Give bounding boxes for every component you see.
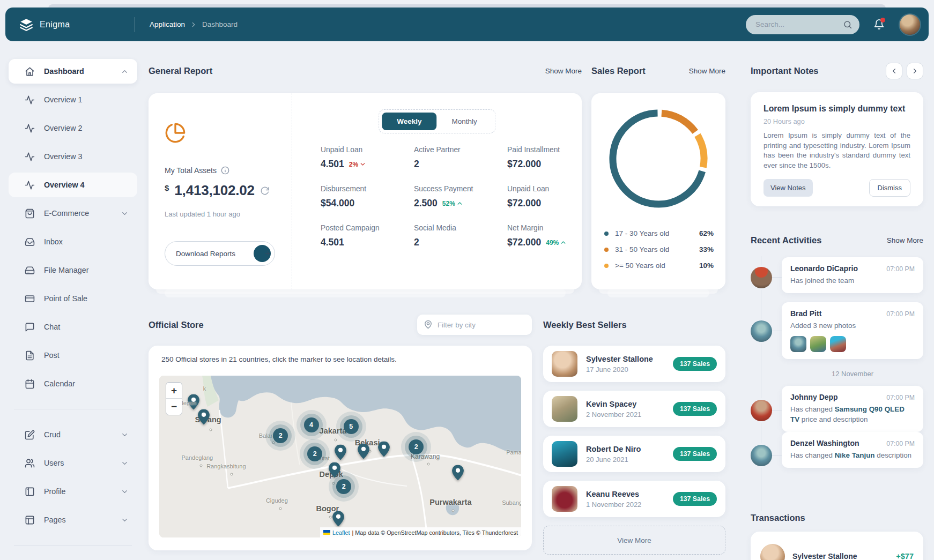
recent-activities-show-more[interactable]: Show More	[887, 236, 923, 244]
activity-item[interactable]: Denzel Washington 07:00 PM Has changed N…	[782, 432, 923, 468]
weekly-tab[interactable]: Weekly	[382, 113, 436, 130]
note-body: Lorem Ipsum is simply dummy text of the …	[763, 131, 910, 171]
sidebar-item-post[interactable]: Post	[9, 343, 137, 368]
legend-dot	[604, 232, 609, 236]
product-name: Nike Tanjun	[835, 451, 875, 459]
best-sellers-title: Weekly Best Sellers	[543, 320, 627, 330]
map-cluster-marker[interactable]: 5	[344, 419, 359, 434]
zoom-in-button[interactable]: +	[166, 383, 182, 399]
sidebar-item-calendar[interactable]: Calendar	[9, 371, 137, 396]
activity-item[interactable]: Johnny Depp 07:00 PM Has changed Samsung…	[782, 386, 923, 432]
note-buttons: View Notes Dismiss	[763, 179, 910, 197]
activity-item[interactable]: Leonardo DiCaprio 07:00 PM Has joined th…	[782, 257, 923, 293]
brand-name: Enigma	[40, 20, 70, 29]
map-pin-marker[interactable]	[335, 444, 346, 460]
photo-thumbnail[interactable]	[790, 336, 806, 352]
sidebar-item-inbox[interactable]: Inbox	[9, 229, 137, 254]
sidebar-item-overview-2[interactable]: Overview 2	[9, 116, 137, 140]
map-zoom-control: + −	[166, 382, 182, 415]
notes-prev-button[interactable]	[886, 63, 902, 79]
sidebar-item-pages[interactable]: Pages	[9, 507, 137, 532]
best-seller-info: Keanu Reeves 1 November 2022	[586, 490, 641, 509]
sales-report-show-more[interactable]: Show More	[689, 67, 725, 75]
view-notes-button[interactable]: View Notes	[763, 179, 813, 197]
stat-value: $72.000	[507, 237, 541, 248]
download-reports-button[interactable]: Download Reports	[165, 241, 275, 266]
stat-cell: Paid Installment $72.000	[507, 146, 601, 170]
official-store-title: Official Store	[149, 320, 204, 330]
monthly-tab[interactable]: Monthly	[437, 113, 492, 130]
legend-row: 31 - 50 Years old 33%	[604, 245, 714, 253]
sidebar-item-overview-4[interactable]: Overview 4	[9, 173, 137, 197]
dismiss-button[interactable]: Dismiss	[869, 179, 911, 197]
chevron-down-icon	[121, 459, 129, 467]
sidebar-item-crud[interactable]: Crud	[9, 422, 137, 447]
breadcrumb-section[interactable]: Application	[150, 20, 185, 28]
breadcrumb-page: Dashboard	[202, 20, 238, 28]
sidebar-item-chat[interactable]: Chat	[9, 315, 137, 339]
general-report-show-more[interactable]: Show More	[545, 67, 582, 75]
pie-chart-icon	[165, 122, 186, 144]
transaction-row[interactable]: Sylvester Stallone +$77	[751, 532, 923, 560]
credit-card-icon	[25, 294, 35, 304]
filter-by-city-input[interactable]	[417, 315, 532, 335]
user-avatar[interactable]	[900, 14, 920, 35]
official-store-card: 250 Official stores in 21 countries, cli…	[149, 346, 532, 550]
refresh-icon[interactable]	[260, 186, 270, 196]
sidebar-item-dashboard[interactable]: Dashboard	[9, 59, 137, 84]
info-icon[interactable]	[221, 166, 229, 175]
map-pin-marker[interactable]	[198, 409, 210, 424]
brand[interactable]: Enigma	[5, 18, 134, 32]
map-pin-marker[interactable]	[452, 465, 464, 480]
age-donut-chart[interactable]	[605, 105, 712, 212]
activity-icon	[25, 180, 35, 190]
best-seller-row[interactable]: Sylvester Stallone 17 June 2020 137 Sale…	[543, 346, 725, 382]
photo-thumbnail[interactable]	[830, 336, 846, 352]
store-map[interactable]: Cilegon k Serang Balaraja Jakarta Bekasi…	[159, 376, 521, 537]
legend-label: 17 - 30 Years old	[615, 229, 669, 237]
topbar: Enigma Application Dashboard	[5, 8, 929, 41]
search-icon[interactable]	[843, 20, 853, 29]
sidebar-item-users[interactable]: Users	[9, 451, 137, 475]
sidebar-item-overview-3[interactable]: Overview 3	[9, 144, 137, 169]
dashboard-page: Enigma Application Dashboard Dashboard	[0, 0, 934, 560]
stat-label: Paid Installment	[507, 146, 601, 154]
sidebar-item-label: File Manager	[44, 266, 88, 274]
map-cluster-marker[interactable]: 2	[273, 428, 288, 443]
notes-next-button[interactable]	[907, 63, 923, 79]
best-seller-row[interactable]: Kevin Spacey 2 November 2021 137 Sales	[543, 391, 725, 427]
layout-icon	[25, 515, 35, 525]
map-cluster-marker[interactable]: 2	[307, 446, 322, 461]
map-pin-marker[interactable]	[332, 511, 344, 526]
leaflet-link[interactable]: Leaflet	[332, 529, 350, 536]
map-pin-marker[interactable]	[329, 462, 340, 478]
chevron-up-icon	[121, 68, 129, 76]
notifications-button[interactable]	[873, 19, 885, 30]
map-city-dot	[279, 507, 282, 510]
avatar	[751, 320, 772, 342]
zoom-out-button[interactable]: −	[166, 399, 182, 415]
sidebar-item-ecommerce[interactable]: E-Commerce	[9, 201, 137, 226]
best-seller-row[interactable]: Keanu Reeves 1 November 2022 137 Sales	[543, 481, 725, 517]
sidebar-item-point-of-sale[interactable]: Point of Sale	[9, 286, 137, 311]
stat-delta: 2%	[349, 161, 366, 168]
general-report-card: My Total Assets $ 1,413,102.02 Last upda…	[149, 93, 582, 289]
best-seller-row[interactable]: Robert De Niro 20 June 2021 137 Sales	[543, 436, 725, 472]
view-more-button[interactable]: View More	[543, 526, 725, 555]
legend-dot	[604, 264, 609, 268]
map-cluster-marker[interactable]: 4	[304, 417, 319, 432]
sidebar-item-file-manager[interactable]: File Manager	[9, 258, 137, 282]
sidebar-item-profile[interactable]: Profile	[9, 479, 137, 504]
map-pin-marker[interactable]	[358, 444, 369, 459]
best-seller-name: Kevin Spacey	[586, 400, 641, 408]
photo-thumbnail[interactable]	[810, 336, 826, 352]
map-cluster-marker[interactable]: 2	[409, 439, 424, 454]
map-pin-marker[interactable]	[378, 441, 390, 457]
sidebar-item-overview-1[interactable]: Overview 1	[9, 87, 137, 112]
chevron-up-icon	[560, 239, 567, 246]
map-cluster-marker[interactable]: 2	[336, 479, 351, 494]
assets-updated-text: Last updated 1 hour ago	[165, 210, 240, 218]
attribution-text: | Map data © OpenStreetMap contributors,…	[352, 529, 518, 536]
map-city-label: Subang	[502, 499, 521, 506]
activity-item[interactable]: Brad Pitt 07:00 PM Added 3 new photos	[782, 302, 923, 359]
